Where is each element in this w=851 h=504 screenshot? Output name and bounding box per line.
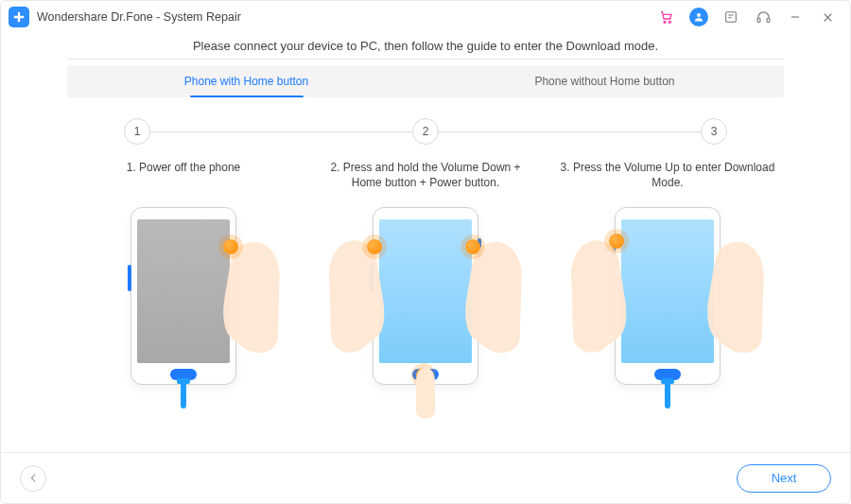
step-3-illustration bbox=[592, 207, 743, 425]
step-1-label: 1. Power off the phone bbox=[121, 160, 247, 201]
step-circle-1: 1 bbox=[124, 118, 150, 145]
step-circle-3: 3 bbox=[701, 118, 727, 145]
step-1: 1. Power off the phone bbox=[67, 160, 300, 425]
svg-rect-5 bbox=[767, 18, 770, 22]
support-headset-icon[interactable] bbox=[754, 8, 773, 26]
step-2-illustration bbox=[350, 207, 501, 425]
step-1-illustration bbox=[108, 207, 259, 425]
step-line bbox=[439, 131, 701, 132]
step-3: 3. Press the Volume Up to enter Download… bbox=[551, 160, 784, 425]
step-indicator: 1 2 3 bbox=[67, 118, 784, 145]
step-3-label: 3. Press the Volume Up to enter Download… bbox=[551, 160, 784, 201]
touch-indicator-icon bbox=[609, 234, 624, 249]
step-2-label: 2. Press and hold the Volume Down + Home… bbox=[309, 160, 542, 201]
window-title: Wondershare Dr.Fone - System Repair bbox=[37, 10, 241, 24]
svg-rect-4 bbox=[757, 18, 760, 22]
step-line bbox=[150, 131, 412, 132]
tab-phone-with-home[interactable]: Phone with Home button bbox=[67, 65, 426, 97]
divider bbox=[67, 59, 784, 60]
back-button[interactable] bbox=[20, 465, 46, 492]
footer-bar: Next bbox=[1, 452, 850, 503]
feedback-icon[interactable] bbox=[721, 8, 740, 26]
touch-indicator-icon bbox=[465, 239, 480, 254]
step-circle-2: 2 bbox=[412, 118, 439, 145]
cart-icon[interactable] bbox=[657, 8, 676, 26]
svg-point-2 bbox=[697, 13, 701, 17]
svg-point-1 bbox=[669, 21, 670, 23]
tab-phone-without-home[interactable]: Phone without Home button bbox=[426, 65, 784, 97]
device-type-tabs: Phone with Home button Phone without Hom… bbox=[67, 65, 784, 97]
touch-indicator-icon bbox=[223, 239, 238, 254]
step-2: 2. Press and hold the Volume Down + Home… bbox=[309, 160, 542, 425]
touch-indicator-icon bbox=[367, 239, 382, 254]
next-button[interactable]: Next bbox=[737, 464, 831, 493]
minimize-button[interactable] bbox=[786, 8, 805, 26]
instruction-text: Please connect your device to PC, then f… bbox=[67, 39, 784, 53]
finger-icon bbox=[407, 368, 444, 425]
app-logo bbox=[9, 7, 29, 27]
user-avatar-icon[interactable] bbox=[689, 8, 708, 26]
close-button[interactable] bbox=[818, 8, 837, 26]
svg-rect-3 bbox=[726, 12, 737, 23]
svg-point-0 bbox=[664, 21, 666, 23]
title-bar: Wondershare Dr.Fone - System Repair bbox=[1, 1, 850, 33]
